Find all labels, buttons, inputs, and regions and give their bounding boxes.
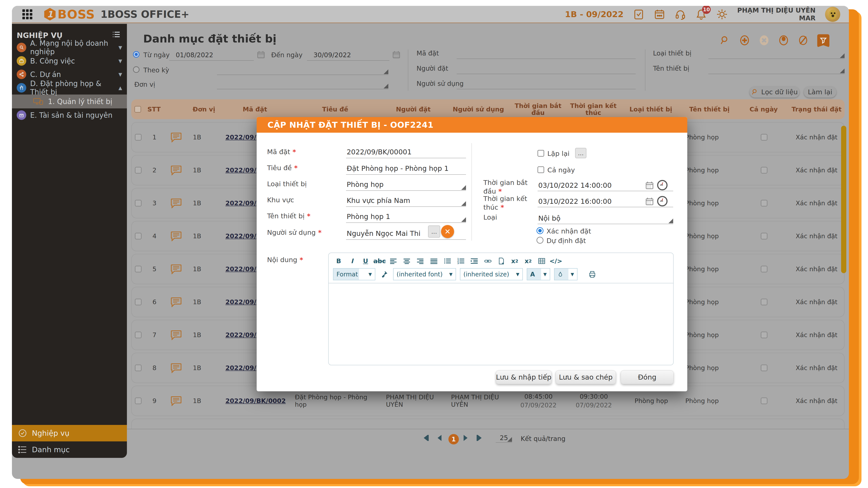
input-nguoi-su-dung[interactable] [457, 80, 636, 89]
pick-user-button[interactable]: ... [428, 225, 440, 238]
column-header[interactable]: Mã đặt [220, 106, 290, 113]
row-checkbox[interactable] [135, 167, 142, 173]
clock-end-icon[interactable] [657, 196, 668, 206]
table-icon[interactable] [536, 256, 547, 266]
align-justify-icon[interactable] [429, 256, 440, 266]
prev-page-icon[interactable] [438, 435, 446, 444]
comment-icon[interactable] [164, 363, 188, 373]
next-page-icon[interactable] [464, 435, 472, 444]
sidebar-item-b[interactable]: B. Công việc▼ [12, 54, 127, 68]
all-day-checkbox[interactable] [761, 134, 767, 140]
booking-code-link[interactable]: 2022/09/ [225, 298, 256, 306]
radio-theo-ky[interactable] [133, 66, 140, 73]
sidebar-item-c[interactable]: C. Dự án▼ [12, 68, 127, 81]
comment-icon[interactable] [164, 264, 188, 274]
avatar[interactable] [825, 7, 840, 22]
radio-tu-ngay[interactable] [133, 51, 140, 58]
superscript-icon[interactable]: x2 [523, 256, 534, 266]
reset-button[interactable]: Làm lại [804, 86, 836, 98]
app-grid-icon[interactable] [22, 9, 32, 19]
strike-icon[interactable]: abc [373, 256, 386, 266]
align-right-icon[interactable] [415, 256, 426, 266]
record-icon[interactable] [778, 35, 789, 46]
bell-icon[interactable]: 10 [695, 9, 707, 20]
comment-icon[interactable] [164, 231, 188, 241]
sidebar-subitem-quan-ly-thiet-bi[interactable]: 1. Quản lý thiết bị [12, 95, 127, 108]
all-day-checkbox[interactable] [761, 332, 767, 338]
radio-du-dinh-dat[interactable] [536, 237, 544, 244]
row-checkbox[interactable] [135, 266, 142, 272]
booking-code-link[interactable]: 2022/09/ [225, 134, 256, 141]
row-checkbox[interactable] [135, 299, 142, 305]
period-badge[interactable]: 1B - 09/2022 [565, 9, 623, 19]
select-don-vi[interactable] [217, 78, 388, 89]
align-center-icon[interactable] [402, 256, 413, 266]
all-day-checkbox[interactable] [761, 200, 767, 206]
calendar-from-icon[interactable] [257, 50, 265, 59]
link-icon[interactable] [482, 256, 494, 266]
underline-icon[interactable]: U [360, 256, 371, 266]
font-select[interactable]: (inherited font)▼ [393, 268, 456, 280]
current-page[interactable]: 1 [448, 434, 459, 445]
all-day-checkbox[interactable] [761, 299, 767, 305]
all-day-checkbox[interactable] [761, 233, 767, 239]
all-day-checkbox[interactable] [761, 167, 767, 173]
user-name-block[interactable]: PHẠM THỊ DIỆU UYÊN MAR [737, 6, 815, 22]
size-select[interactable]: (inherited size)▼ [460, 268, 523, 280]
column-header[interactable]: Cả ngày [739, 106, 788, 113]
column-header[interactable]: Thời gian bắt đầu [511, 102, 565, 116]
column-header[interactable]: Tiêu đề [290, 106, 381, 113]
row-checkbox[interactable] [135, 134, 142, 140]
row-checkbox[interactable] [135, 332, 142, 338]
insert-page-icon[interactable] [496, 256, 507, 266]
column-header[interactable]: Thời gian kết thúc [565, 102, 622, 116]
filter-button[interactable]: Lọc dữ liệu [749, 86, 800, 98]
vertical-scrollbar[interactable] [841, 126, 846, 273]
lap-lai-options-button[interactable]: ... [575, 148, 586, 158]
highlight-color-select[interactable]: ▼ [554, 268, 578, 280]
save-continue-button[interactable]: Lưu & nhập tiếp [496, 370, 552, 384]
align-left-icon[interactable] [388, 256, 399, 266]
format-select[interactable]: Format▼ [333, 268, 375, 280]
last-page-icon[interactable] [477, 435, 485, 444]
column-header[interactable]: Trạng thái đặt [788, 106, 844, 113]
calendar-icon[interactable] [654, 9, 665, 20]
booking-code-link[interactable]: 2022/09/ [225, 331, 256, 338]
calendar-end-icon[interactable] [645, 197, 654, 206]
radio-xac-nhan-dat[interactable] [536, 227, 544, 234]
column-header[interactable]: Đơn vị [188, 106, 220, 113]
italic-icon[interactable]: I [346, 256, 358, 266]
indent-icon[interactable] [469, 256, 480, 266]
checkbox-lap-lai[interactable] [537, 150, 544, 157]
booking-code-link[interactable]: 2022/09/ [225, 166, 256, 174]
select-all-checkbox[interactable] [134, 106, 141, 112]
add-icon[interactable] [739, 35, 750, 46]
input-ma-dat[interactable] [457, 50, 636, 59]
page-size-select[interactable]: 25 [496, 434, 512, 443]
comment-icon[interactable] [164, 132, 188, 142]
sidebar-bottom-danh-muc[interactable]: Danh mục [12, 442, 127, 458]
bullet-list-icon[interactable] [442, 256, 453, 266]
close-button[interactable]: Đóng [621, 370, 674, 384]
calendar-to-icon[interactable] [392, 50, 401, 59]
comment-icon[interactable] [164, 198, 188, 208]
save-copy-button[interactable]: Lưu & sao chép [556, 370, 616, 384]
booking-code-link[interactable]: 2022/09/ [225, 265, 256, 273]
row-checkbox[interactable] [135, 398, 142, 404]
clear-format-icon[interactable] [379, 269, 389, 279]
sidebar-bottom-nghiep-vu[interactable]: Nghiệp vụ [12, 425, 127, 442]
saved-filter-icon[interactable] [817, 34, 829, 47]
checkbox-ca-ngay[interactable] [537, 166, 544, 173]
column-header[interactable]: Người sử dụng [446, 106, 511, 113]
all-day-checkbox[interactable] [761, 266, 767, 272]
select-loai-thiet-bi[interactable] [708, 49, 844, 59]
print-icon[interactable] [587, 269, 598, 279]
comment-icon[interactable] [164, 297, 188, 307]
select-ten-thiet-bi[interactable] [708, 64, 844, 74]
calendar-start-icon[interactable] [645, 181, 654, 190]
booking-code-link[interactable]: 2022/09/BK/0002 [225, 397, 286, 404]
search-icon[interactable] [720, 35, 731, 46]
code-icon[interactable]: </> [550, 256, 562, 266]
select-theo-ky[interactable] [217, 64, 388, 75]
column-header[interactable]: Tên thiết bị [680, 106, 739, 113]
